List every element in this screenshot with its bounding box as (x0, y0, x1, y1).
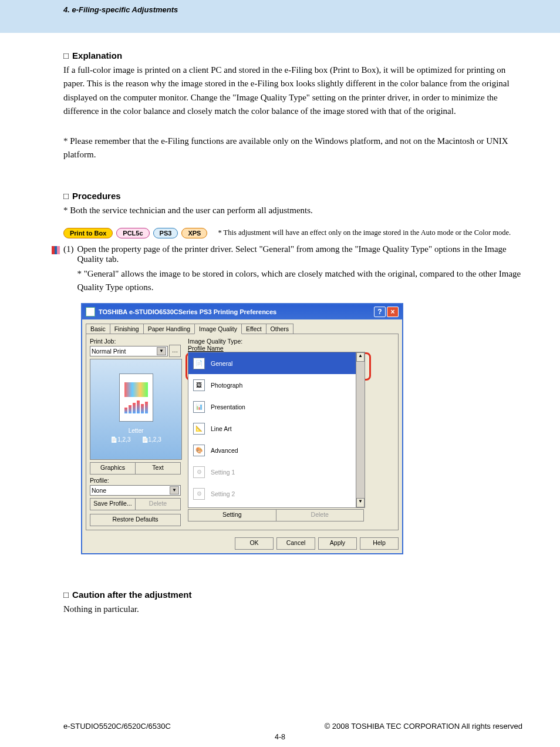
print-job-label: Print Job: (90, 338, 181, 345)
page-number: 4-8 (0, 733, 560, 741)
iqt-delete-button[interactable]: Delete (276, 509, 365, 521)
step-1-subnote: * "General" allows the image to be store… (77, 267, 523, 295)
close-icon[interactable]: × (387, 307, 399, 317)
section-procedures-title: Procedures (63, 191, 522, 201)
header-band: 4. e-Filing-specific Adjustments (0, 0, 560, 33)
badge-xps: XPS (181, 228, 207, 238)
tab-basic[interactable]: Basic (86, 324, 110, 334)
dialog-footer: OK Cancel Apply Help (82, 534, 402, 553)
iqt-setting-button[interactable]: Setting (188, 509, 276, 521)
chevron-down-icon[interactable]: ▼ (157, 347, 166, 355)
iqt-label: Image Quality Type: (188, 338, 394, 345)
delete-profile-button[interactable]: Delete (135, 498, 181, 510)
profile-select[interactable]: None▼ (90, 485, 181, 496)
chevron-down-icon[interactable]: ▼ (170, 486, 179, 494)
page-footer: e-STUDIO5520C/6520C/6530C © 2008 TOSHIBA… (63, 722, 522, 731)
badge-pcl5c: PCL5c (116, 228, 149, 238)
section-caution-title: Caution after the adjustment (63, 590, 522, 600)
tab-others[interactable]: Others (266, 324, 294, 334)
dialog-title: TOSHIBA e-STUDIO6530CSeries PS3 Printing… (99, 308, 276, 315)
explanation-note: * Please remember that the e-Filing func… (63, 134, 522, 162)
cancel-button[interactable]: Cancel (276, 537, 315, 550)
caution-body: Nothing in particular. (63, 603, 522, 616)
tab-image-quality[interactable]: Image Quality (194, 324, 242, 334)
ok-button[interactable]: OK (235, 537, 274, 550)
badge-ps3: PS3 (153, 228, 178, 238)
preview-count-right: 📄1,2,3 (141, 436, 161, 443)
setting-icon: ⚙ (193, 466, 205, 478)
iqt-item-line-art[interactable]: 📐Line Art (188, 418, 365, 439)
printing-preferences-dialog: TOSHIBA e-STUDIO6530CSeries PS3 Printing… (81, 303, 403, 554)
profile-name-label: Profile Name (188, 345, 394, 352)
footer-right: © 2008 TOSHIBA TEC CORPORATION All right… (325, 722, 522, 731)
preview-page-icon (119, 374, 153, 422)
page-preview: Letter 📄1,2,3 📄1,2,3 (90, 359, 182, 460)
step-marker-icon (52, 246, 60, 254)
iqt-item-advanced[interactable]: 🎨Advanced (188, 439, 365, 461)
photograph-icon: 🖼 (193, 379, 205, 391)
tab-effect[interactable]: Effect (241, 324, 266, 334)
step-1: (1) Open the property page of the printe… (52, 244, 522, 298)
profile-label: Profile: (90, 477, 181, 484)
iqt-item-photograph[interactable]: 🖼Photograph (188, 374, 365, 396)
section-explanation-title: Explanation (63, 51, 522, 60)
presentation-icon: 📊 (193, 401, 205, 413)
iqt-item-general[interactable]: 📄General (188, 352, 365, 374)
tab-strip: Basic Finishing Paper Handling Image Qua… (86, 323, 399, 334)
breadcrumb: 4. e-Filing-specific Adjustments (63, 5, 178, 14)
apply-button[interactable]: Apply (318, 537, 357, 550)
procedures-note: * Both the service technician and the us… (63, 204, 522, 217)
preview-paper-size: Letter (129, 428, 144, 434)
restore-defaults-button[interactable]: Restore Defaults (90, 514, 181, 526)
advanced-icon: 🎨 (193, 445, 205, 456)
step-1-text: Open the property page of the printer dr… (77, 244, 507, 264)
iqt-listbox[interactable]: 📄General 🖼Photograph 📊Presentation 📐Line… (188, 352, 365, 508)
step-number: (1) (63, 244, 74, 298)
general-icon: 📄 (193, 358, 205, 369)
badge-row: Print to Box PCL5c PS3 XPS * This adjust… (63, 228, 522, 238)
iqt-item-setting-2[interactable]: ⚙Setting 2 (188, 483, 365, 504)
scroll-down-icon[interactable]: ▼ (356, 498, 365, 507)
dialog-titlebar: TOSHIBA e-STUDIO6530CSeries PS3 Printing… (82, 304, 402, 319)
badge-print-to-box: Print to Box (63, 228, 113, 238)
scroll-up-icon[interactable]: ▲ (356, 352, 365, 362)
tab-finishing[interactable]: Finishing (110, 324, 144, 334)
footer-left: e-STUDIO5520C/6520C/6530C (63, 722, 171, 731)
line-art-icon: 📐 (193, 423, 205, 435)
save-profile-button[interactable]: Save Profile... (90, 498, 136, 510)
explanation-body: If a full-color image is printed on a cl… (63, 63, 522, 118)
iqt-item-presentation[interactable]: 📊Presentation (188, 396, 365, 418)
tab-paper-handling[interactable]: Paper Handling (143, 324, 195, 334)
badge-side-note: * This adjustment will have an effect on… (218, 228, 522, 238)
dialog-help-button[interactable]: Help (360, 537, 399, 550)
print-job-more-button[interactable]: … (169, 345, 181, 357)
preview-count-left: 📄1,2,3 (110, 436, 130, 443)
iqt-item-setting-1[interactable]: ⚙Setting 1 (188, 461, 365, 483)
setting-icon: ⚙ (193, 488, 205, 500)
scrollbar[interactable]: ▲ ▼ (356, 352, 365, 507)
text-button[interactable]: Text (135, 462, 181, 475)
help-icon[interactable]: ? (374, 307, 386, 317)
print-job-select[interactable]: Normal Print▼ (90, 346, 168, 356)
graphics-button[interactable]: Graphics (90, 462, 136, 475)
app-icon (86, 307, 95, 317)
